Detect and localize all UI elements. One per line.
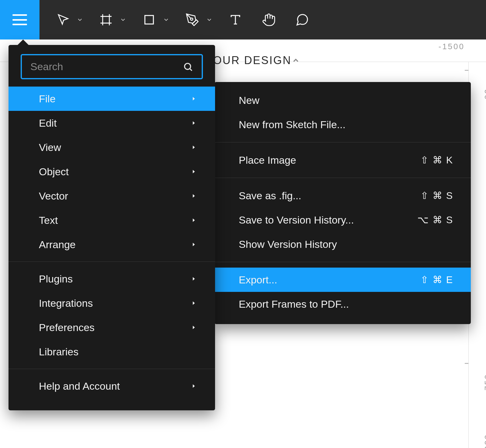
menu-item-libraries[interactable]: Libraries [9,340,215,364]
svg-marker-14 [193,194,195,198]
hand-icon [262,13,276,27]
submenu-item-label: Place Image [239,154,296,166]
submenu-item-label: Show Version History [239,238,337,250]
submenu-item-place-image[interactable]: Place Image ⇧ ⌘ K [214,148,471,172]
ruler-right-value: 00 [483,88,486,99]
tool-pen-group [182,9,213,30]
submenu-item-new[interactable]: New [214,88,471,112]
chevron-right-icon [191,324,197,330]
svg-line-9 [190,69,192,70]
menu-item-label: Plugins [39,273,73,285]
shortcut: ⌥ ⌘ S [417,214,453,226]
chevron-right-icon [191,276,197,282]
chevron-right-icon [191,169,197,175]
comment-icon [295,13,309,27]
text-tool-button[interactable] [225,9,246,30]
menu-item-label: Libraries [39,346,78,358]
submenu-item-save-version-history[interactable]: Save to Version History... ⌥ ⌘ S [214,208,471,232]
submenu-item-export-frames-pdf[interactable]: Export Frames to PDF... [214,292,471,316]
search-icon [183,62,193,72]
menu-item-integrations[interactable]: Integrations [9,291,215,315]
submenu-item-show-version-history[interactable]: Show Version History [214,232,471,256]
menu-item-object[interactable]: Object [9,159,215,184]
square-icon [143,13,156,26]
svg-marker-15 [193,218,195,222]
rectangle-tool-button[interactable] [139,9,160,30]
submenu-separator [214,262,471,262]
move-tool-button[interactable] [52,9,74,30]
menu-item-label: Text [39,214,58,226]
svg-point-8 [185,63,191,69]
chevron-right-icon [191,300,197,306]
menu-item-view[interactable]: View [9,135,215,159]
ruler-right-value: 1000 [483,434,486,448]
svg-marker-20 [193,384,195,388]
menu-item-vector[interactable]: Vector [9,184,215,208]
svg-marker-19 [193,326,195,329]
chevron-right-icon [191,120,197,126]
submenu-item-label: New from Sketch File... [239,119,345,131]
submenu-item-label: Save as .fig... [239,190,301,202]
menu-item-file[interactable]: File [9,87,215,111]
shortcut: ⇧ ⌘ E [420,274,453,286]
search-field[interactable] [21,54,203,79]
menu-item-help[interactable]: Help and Account [9,374,215,398]
menu-item-label: Vector [39,190,68,202]
ruler-tick [465,363,468,364]
menu-pointer-icon [17,39,29,46]
submenu-item-label: Save to Version History... [239,214,354,226]
toolbar [0,0,486,39]
submenu-item-label: Export... [239,274,277,286]
frame-icon [99,13,113,26]
svg-point-5 [190,18,193,20]
svg-marker-12 [193,145,195,149]
tool-comment-group [292,9,313,30]
menu-item-label: Edit [39,117,57,129]
comment-tool-button[interactable] [292,9,313,30]
hand-tool-button[interactable] [258,9,279,30]
submenu-item-label: New [239,94,259,106]
menu-item-label: Integrations [39,297,93,309]
menu-item-edit[interactable]: Edit [9,111,215,135]
shortcut: ⇧ ⌘ K [420,154,453,166]
svg-rect-4 [145,15,153,24]
svg-marker-18 [193,301,195,305]
menu-separator [9,262,215,262]
menu-item-plugins[interactable]: Plugins [9,267,215,291]
search-input[interactable] [30,61,183,73]
menu-separator [9,369,215,369]
shortcut: ⇧ ⌘ S [420,190,453,201]
svg-marker-11 [193,121,195,125]
svg-marker-16 [193,243,195,246]
chevron-down-icon[interactable] [206,16,213,23]
chevron-down-icon[interactable] [77,16,83,23]
menu-item-arrange[interactable]: Arrange [9,232,215,257]
chevron-right-icon [191,217,197,223]
chevron-up-icon [292,56,300,65]
text-icon [229,13,242,26]
menu-item-label: Preferences [39,322,94,333]
tool-hand-group [258,9,279,30]
menu-item-text[interactable]: Text [9,208,215,232]
submenu-item-save-as-fig[interactable]: Save as .fig... ⇧ ⌘ S [214,183,471,208]
ruler-right-value: 750 [483,374,486,390]
cursor-icon [56,13,70,26]
chevron-down-icon[interactable] [120,16,126,23]
submenu-item-export[interactable]: Export... ⇧ ⌘ E [214,268,471,292]
submenu-item-label: Export Frames to PDF... [239,298,349,310]
menu-item-label: Object [39,166,69,178]
chevron-down-icon[interactable] [163,16,169,23]
design-title[interactable]: YOUR DESIGN [205,54,300,67]
chevron-right-icon [191,96,197,102]
menu-item-label: File [39,93,56,105]
pen-tool-button[interactable] [182,9,203,30]
frame-tool-button[interactable] [95,9,117,30]
submenu-item-new-from-sketch[interactable]: New from Sketch File... [214,112,471,137]
tool-frame-group [95,9,126,30]
svg-marker-13 [193,170,195,173]
menu-item-preferences[interactable]: Preferences [9,315,215,340]
main-menu-button[interactable] [0,0,39,39]
design-title-label: YOUR DESIGN [205,54,292,67]
tool-text-group [225,9,246,30]
chevron-right-icon [191,383,197,389]
